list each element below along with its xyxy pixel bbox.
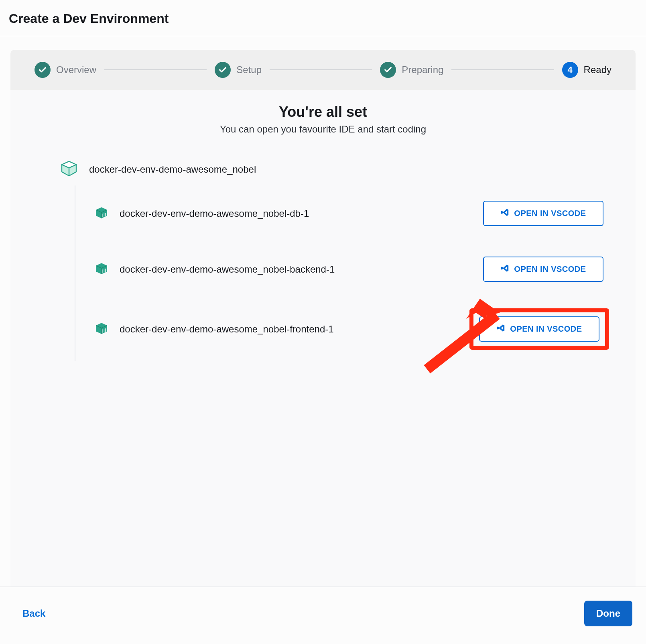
- containers-list: docker-dev-env-demo-awesome_nobel-db-1 O…: [75, 185, 611, 361]
- step-label: Ready: [584, 64, 611, 75]
- step-label: Setup: [236, 64, 262, 75]
- open-in-vscode-button[interactable]: OPEN IN VSCODE: [479, 316, 599, 342]
- open-in-vscode-button[interactable]: OPEN IN VSCODE: [483, 201, 603, 226]
- step-overview: Overview: [35, 62, 96, 78]
- container-icon: [95, 262, 108, 277]
- dialog-header: Create a Dev Environment: [0, 0, 646, 36]
- vscode-icon: [500, 208, 509, 219]
- check-icon: [215, 62, 231, 78]
- done-button[interactable]: Done: [584, 601, 632, 626]
- step-ready: 4 Ready: [562, 62, 611, 78]
- environment-row: docker-dev-env-demo-awesome_nobel: [35, 155, 611, 185]
- ready-panel: You're all set You can open you favourit…: [10, 90, 636, 587]
- container-icon: [95, 206, 108, 221]
- dialog-footer: Back Done: [0, 587, 646, 644]
- step-number-icon: 4: [562, 62, 578, 78]
- package-icon: [59, 159, 79, 180]
- stepper: Overview Setup Preparing 4 Ready: [10, 50, 636, 90]
- step-connector: [104, 69, 207, 70]
- dialog-body: Overview Setup Preparing 4 Ready You're …: [0, 36, 646, 587]
- check-icon: [35, 62, 51, 78]
- container-row: docker-dev-env-demo-awesome_nobel-db-1 O…: [79, 185, 611, 241]
- container-row: docker-dev-env-demo-awesome_nobel-fronte…: [79, 297, 611, 361]
- open-label: OPEN IN VSCODE: [514, 209, 586, 218]
- vscode-icon: [500, 264, 509, 275]
- step-setup: Setup: [215, 62, 262, 78]
- vscode-icon: [496, 324, 505, 334]
- ready-headline: You're all set: [35, 104, 611, 120]
- open-in-vscode-button[interactable]: OPEN IN VSCODE: [483, 257, 603, 282]
- step-connector: [451, 69, 554, 70]
- step-label: Preparing: [402, 64, 443, 75]
- container-icon: [95, 322, 108, 337]
- step-preparing: Preparing: [380, 62, 443, 78]
- back-button[interactable]: Back: [22, 608, 45, 619]
- container-name: docker-dev-env-demo-awesome_nobel-db-1: [120, 208, 309, 219]
- dialog-title: Create a Dev Environment: [9, 11, 637, 26]
- open-label: OPEN IN VSCODE: [514, 265, 586, 274]
- step-connector: [270, 69, 372, 70]
- container-name: docker-dev-env-demo-awesome_nobel-fronte…: [120, 324, 334, 335]
- annotation-highlight-box: OPEN IN VSCODE: [469, 308, 609, 350]
- environment-name: docker-dev-env-demo-awesome_nobel: [89, 164, 256, 175]
- container-name: docker-dev-env-demo-awesome_nobel-backen…: [120, 264, 335, 275]
- check-icon: [380, 62, 396, 78]
- container-row: docker-dev-env-demo-awesome_nobel-backen…: [79, 241, 611, 297]
- ready-subhead: You can open you favourite IDE and start…: [35, 124, 611, 135]
- open-label: OPEN IN VSCODE: [510, 324, 582, 334]
- step-label: Overview: [56, 64, 96, 75]
